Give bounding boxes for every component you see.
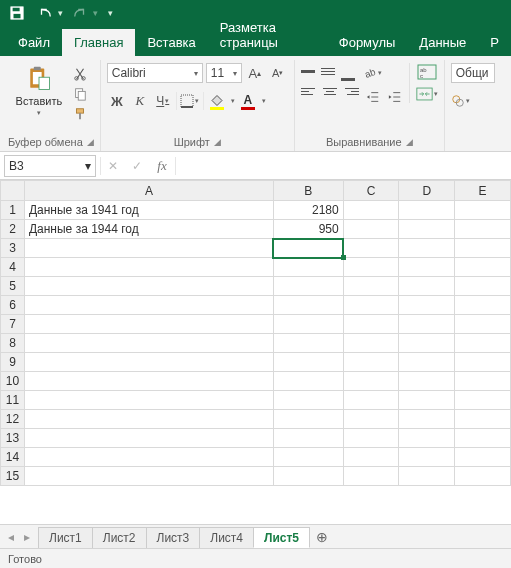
- cell[interactable]: [343, 277, 399, 296]
- cell[interactable]: 950: [273, 220, 343, 239]
- cell[interactable]: [455, 334, 511, 353]
- fill-color-button[interactable]: [207, 91, 227, 111]
- cell[interactable]: [399, 448, 455, 467]
- cell[interactable]: [24, 372, 273, 391]
- cell[interactable]: [455, 353, 511, 372]
- row-header[interactable]: 15: [1, 467, 25, 486]
- cell[interactable]: [455, 467, 511, 486]
- tab-insert[interactable]: Вставка: [135, 29, 207, 56]
- cell[interactable]: [343, 201, 399, 220]
- cell[interactable]: [455, 315, 511, 334]
- cell[interactable]: [399, 201, 455, 220]
- align-bottom-button[interactable]: [341, 63, 359, 79]
- underline-button[interactable]: Ч▾: [153, 91, 173, 111]
- cell[interactable]: [399, 258, 455, 277]
- cell[interactable]: [273, 296, 343, 315]
- row-header[interactable]: 2: [1, 220, 25, 239]
- fontcolor-dropdown[interactable]: ▾: [262, 97, 266, 105]
- cancel-formula-button[interactable]: ✕: [101, 155, 125, 177]
- cell[interactable]: [343, 448, 399, 467]
- cell[interactable]: [399, 410, 455, 429]
- align-center-button[interactable]: [321, 83, 339, 99]
- tab-data[interactable]: Данные: [407, 29, 478, 56]
- increase-font-button[interactable]: A▴: [245, 63, 265, 83]
- col-header-D[interactable]: D: [399, 181, 455, 201]
- cell[interactable]: [455, 391, 511, 410]
- sheet-tab[interactable]: Лист4: [199, 527, 254, 548]
- row-header[interactable]: 4: [1, 258, 25, 277]
- font-name-select[interactable]: Calibri▾: [107, 63, 203, 83]
- bold-button[interactable]: Ж: [107, 91, 127, 111]
- sheet-tab[interactable]: Лист1: [38, 527, 93, 548]
- cell[interactable]: [273, 315, 343, 334]
- cut-button[interactable]: [70, 65, 90, 83]
- cell[interactable]: [455, 296, 511, 315]
- accounting-format-button[interactable]: ▾: [451, 91, 471, 111]
- cell[interactable]: [24, 296, 273, 315]
- cell[interactable]: [343, 220, 399, 239]
- cell[interactable]: [343, 353, 399, 372]
- fx-button[interactable]: fx: [149, 155, 175, 177]
- font-launcher-icon[interactable]: ◢: [214, 137, 221, 147]
- row-header[interactable]: 9: [1, 353, 25, 372]
- cell[interactable]: [273, 391, 343, 410]
- tab-home[interactable]: Главная: [62, 29, 135, 56]
- cell[interactable]: [455, 239, 511, 258]
- save-icon[interactable]: [6, 2, 28, 24]
- row-header[interactable]: 6: [1, 296, 25, 315]
- cell[interactable]: [343, 296, 399, 315]
- cell[interactable]: [399, 315, 455, 334]
- row-header[interactable]: 8: [1, 334, 25, 353]
- align-middle-button[interactable]: [321, 63, 339, 79]
- row-header[interactable]: 3: [1, 239, 25, 258]
- row-header[interactable]: 10: [1, 372, 25, 391]
- cell[interactable]: [343, 315, 399, 334]
- cell[interactable]: [24, 239, 273, 258]
- format-painter-button[interactable]: [70, 105, 90, 123]
- cell[interactable]: [455, 258, 511, 277]
- decrease-font-button[interactable]: A▾: [268, 63, 288, 83]
- cell[interactable]: [24, 429, 273, 448]
- increase-indent-button[interactable]: [385, 87, 405, 107]
- formula-input[interactable]: [176, 155, 511, 177]
- cell[interactable]: Данные за 1944 год: [24, 220, 273, 239]
- tab-review[interactable]: Р: [478, 29, 511, 56]
- row-header[interactable]: 11: [1, 391, 25, 410]
- cell[interactable]: [455, 448, 511, 467]
- enter-formula-button[interactable]: ✓: [125, 155, 149, 177]
- cell[interactable]: Данные за 1941 год: [24, 201, 273, 220]
- cell[interactable]: [273, 448, 343, 467]
- undo-icon[interactable]: [34, 2, 56, 24]
- redo-icon[interactable]: [69, 2, 91, 24]
- font-color-button[interactable]: A: [238, 91, 258, 111]
- cell[interactable]: [343, 258, 399, 277]
- orientation-button[interactable]: ab▾: [363, 63, 383, 83]
- cell[interactable]: [399, 429, 455, 448]
- cell[interactable]: [24, 410, 273, 429]
- cell[interactable]: [343, 410, 399, 429]
- tab-page-layout[interactable]: Разметка страницы: [208, 14, 327, 56]
- copy-button[interactable]: [70, 85, 90, 103]
- cell[interactable]: [24, 391, 273, 410]
- cell[interactable]: [399, 239, 455, 258]
- sheet-tab[interactable]: Лист2: [92, 527, 147, 548]
- number-format-select[interactable]: Общи: [451, 63, 495, 83]
- font-size-select[interactable]: 11▾: [206, 63, 242, 83]
- redo-dropdown[interactable]: ▾: [93, 8, 98, 18]
- name-box[interactable]: B3▾: [4, 155, 96, 177]
- cell[interactable]: 2180: [273, 201, 343, 220]
- qat-customize-dropdown[interactable]: ▾: [108, 8, 113, 18]
- row-header[interactable]: 14: [1, 448, 25, 467]
- cell[interactable]: [399, 277, 455, 296]
- cell[interactable]: [273, 258, 343, 277]
- italic-button[interactable]: К: [130, 91, 150, 111]
- cell[interactable]: [399, 220, 455, 239]
- cell[interactable]: [455, 277, 511, 296]
- sheet-tab-active[interactable]: Лист5: [253, 527, 310, 548]
- cell[interactable]: [455, 372, 511, 391]
- borders-button[interactable]: ▾: [180, 91, 200, 111]
- cell[interactable]: [399, 334, 455, 353]
- paste-button[interactable]: Вставить ▾: [12, 63, 67, 119]
- row-header[interactable]: 1: [1, 201, 25, 220]
- cell[interactable]: [455, 410, 511, 429]
